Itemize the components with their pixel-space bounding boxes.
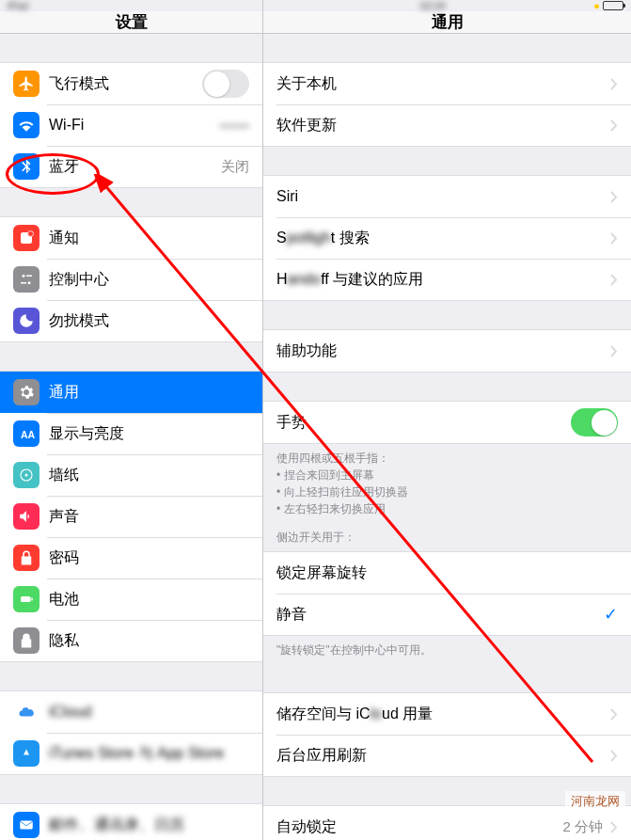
label-5-0: 储存空间与 iCloud 用量 [276, 705, 603, 724]
detail-row-1-2[interactable]: Handoff 与建议的应用 [263, 259, 631, 300]
label-wall: 墙纸 [49, 466, 249, 485]
battery-icon [603, 1, 623, 10]
label-1-1: Spotlight 搜索 [276, 229, 603, 248]
sidebar-item-sound[interactable]: 声音 [0, 496, 262, 537]
label-battery: 电池 [49, 590, 249, 610]
sidebar-item-wall[interactable]: 墙纸 [0, 454, 262, 496]
label-3-0: 手势 [276, 413, 571, 433]
sidebar-item-control[interactable]: 控制中心 [0, 259, 262, 300]
value-wifi: •••••• [219, 118, 249, 134]
sidebar-item-airplane[interactable]: 飞行模式 [0, 63, 262, 104]
svg-rect-12 [20, 821, 33, 830]
detail-row-5-0[interactable]: 储存空间与 iCloud 用量 [263, 693, 631, 735]
sidebar-item-general[interactable]: 通用 [0, 372, 262, 413]
svg-point-2 [23, 275, 25, 277]
svg-rect-10 [31, 598, 33, 601]
label-general: 通用 [49, 383, 249, 403]
detail-title: 通用 [432, 11, 464, 33]
label-display: 显示与亮度 [49, 424, 249, 444]
appstore-icon [13, 740, 39, 767]
icloud-icon [13, 699, 39, 725]
sidebar-item-dnd[interactable]: 勿扰模式 [0, 300, 262, 341]
sidebar-item-icloud[interactable]: iCloud [0, 691, 262, 733]
svg-text:AA: AA [21, 429, 35, 440]
sidebar-item-pass[interactable]: 密码 [0, 537, 262, 578]
status-bar-right: 10:24 ● [263, 0, 631, 11]
detail-row-1-0[interactable]: Siri [263, 176, 631, 217]
label-bluetooth: 蓝牙 [49, 157, 221, 177]
group-header-4: 侧边开关用于： [263, 523, 631, 551]
label-4-1: 静音 [276, 605, 604, 625]
label-pass: 密码 [49, 548, 249, 568]
label-notif: 通知 [49, 229, 249, 248]
detail-content: 关于本机软件更新SiriSpotlight 搜索Handoff 与建议的应用辅助… [263, 34, 631, 840]
sidebar-item-display[interactable]: AA显示与亮度 [0, 413, 262, 454]
group-footer-4: "旋转锁定"在控制中心中可用。 [263, 636, 631, 664]
detail-row-0-0[interactable]: 关于本机 [263, 63, 631, 104]
label-privacy: 隐私 [49, 631, 249, 651]
wifi-icon [13, 112, 39, 138]
sidebar-content: 飞行模式Wi-Fi••••••蓝牙关闭通知控制中心勿扰模式通用AA显示与亮度墙纸… [0, 34, 262, 840]
label-dnd: 勿扰模式 [49, 311, 249, 331]
notif-icon [13, 225, 39, 251]
detail-header: 通用 [263, 11, 631, 34]
label-control: 控制中心 [49, 270, 249, 290]
control-icon [13, 266, 39, 293]
svg-point-1 [28, 231, 34, 237]
sidebar-header: 设置 [0, 11, 262, 34]
pass-icon [13, 545, 39, 571]
label-1-0: Siri [276, 188, 603, 205]
svg-rect-9 [21, 596, 31, 602]
sidebar-item-bluetooth[interactable]: 蓝牙关闭 [0, 146, 262, 187]
group-footer-3: 使用四根或五根手指：• 捏合来回到主屏幕• 向上轻扫前往应用切换器• 左右轻扫来… [263, 444, 631, 523]
label-0-1: 软件更新 [276, 116, 603, 135]
app-container: iPad 设置 飞行模式Wi-Fi••••••蓝牙关闭通知控制中心勿扰模式通用A… [0, 0, 631, 840]
sidebar-item-privacy[interactable]: 隐私 [0, 620, 262, 661]
battery-indicator: ● [593, 0, 623, 11]
detail-row-4-0[interactable]: 锁定屏幕旋转 [263, 552, 631, 594]
toggle-airplane[interactable] [202, 70, 249, 98]
sidebar-item-battery[interactable]: 电池 [0, 578, 262, 620]
detail-row-1-1[interactable]: Spotlight 搜索 [263, 217, 631, 259]
carrier-label: iPad [8, 0, 28, 11]
label-icloud: iCloud [49, 704, 249, 721]
status-bar-left: iPad [0, 0, 262, 11]
checkmark-icon: ✓ [604, 604, 618, 625]
label-sound: 声音 [49, 507, 249, 527]
status-time: 10:24 [419, 0, 446, 11]
value-6-0: 2 分钟 [562, 818, 603, 836]
settings-sidebar: iPad 设置 飞行模式Wi-Fi••••••蓝牙关闭通知控制中心勿扰模式通用A… [0, 0, 263, 840]
svg-rect-3 [26, 276, 32, 277]
privacy-icon [13, 627, 39, 654]
sidebar-title: 设置 [116, 11, 148, 33]
label-1-2: Handoff 与建议的应用 [276, 270, 603, 290]
sidebar-item-notif[interactable]: 通知 [0, 217, 262, 259]
svg-point-8 [25, 474, 28, 477]
wall-icon [13, 462, 39, 488]
sidebar-item-appstore[interactable]: iTunes Store 与 App Store [0, 733, 262, 774]
detail-row-5-1[interactable]: 后台应用刷新 [263, 735, 631, 776]
label-4-0: 锁定屏幕旋转 [276, 563, 618, 583]
label-appstore: iTunes Store 与 App Store [49, 744, 249, 764]
detail-row-4-1[interactable]: 静音✓ [263, 594, 631, 635]
sidebar-item-wifi[interactable]: Wi-Fi•••••• [0, 104, 262, 146]
watermark-text: 河南龙网 [565, 791, 625, 812]
sound-icon [13, 503, 39, 530]
label-5-1: 后台应用刷新 [276, 746, 603, 766]
sidebar-item-mail[interactable]: 邮件、通讯录、日历 [0, 804, 262, 840]
detail-row-2-0[interactable]: 辅助功能 [263, 330, 631, 372]
svg-rect-5 [21, 282, 26, 284]
detail-panel: 10:24 ● 通用 关于本机软件更新SiriSpotlight 搜索Hando… [263, 0, 631, 840]
detail-row-0-1[interactable]: 软件更新 [263, 104, 631, 146]
detail-row-3-0[interactable]: 手势 [263, 402, 631, 443]
display-icon: AA [13, 420, 39, 447]
value-bluetooth: 关闭 [221, 158, 249, 176]
dnd-icon [13, 308, 39, 334]
label-wifi: Wi-Fi [49, 117, 219, 134]
airplane-icon [13, 71, 39, 97]
toggle-3-0[interactable] [571, 408, 618, 436]
label-6-0: 自动锁定 [276, 817, 562, 837]
battery-icon [13, 586, 39, 612]
general-icon [13, 379, 39, 405]
svg-point-4 [28, 281, 31, 284]
